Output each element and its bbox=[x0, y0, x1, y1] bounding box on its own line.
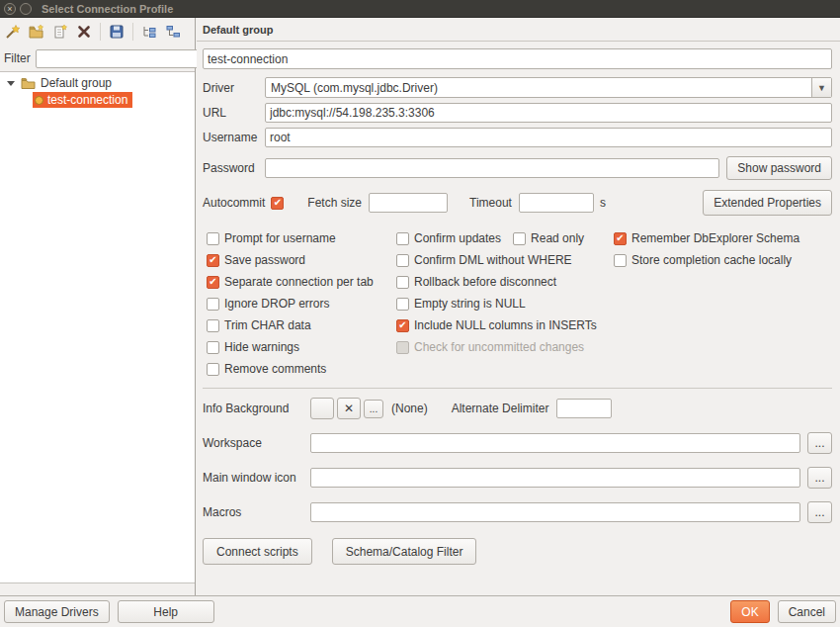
checkbox[interactable] bbox=[207, 319, 219, 332]
checkbox[interactable] bbox=[207, 341, 219, 354]
checkbox[interactable] bbox=[207, 232, 219, 245]
save-profiles-button[interactable] bbox=[106, 21, 127, 43]
sidebar: Filter Default group test-connection bbox=[0, 18, 196, 595]
option-label: Store completion cache locally bbox=[631, 253, 792, 267]
profile-icon bbox=[35, 96, 43, 105]
workspace-row: Workspace ... bbox=[203, 432, 832, 454]
checkbox[interactable] bbox=[207, 298, 219, 311]
option-label: Prompt for username bbox=[224, 231, 336, 245]
username-label: Username bbox=[203, 131, 265, 144]
option-save-password[interactable]: Save password bbox=[207, 253, 305, 267]
checkbox[interactable] bbox=[207, 363, 219, 376]
workspace-browse-button[interactable]: ... bbox=[807, 432, 832, 454]
options-divider bbox=[203, 388, 832, 389]
window-title: Select Connection Profile bbox=[42, 3, 173, 15]
connect-scripts-button[interactable]: Connect scripts bbox=[203, 538, 312, 565]
new-group-button[interactable] bbox=[26, 21, 47, 43]
driver-row: Driver MySQL (com.mysql.jdbc.Driver) ▼ bbox=[203, 77, 832, 98]
driver-combobox[interactable]: MySQL (com.mysql.jdbc.Driver) ▼ bbox=[265, 77, 832, 98]
option-trim-char-data[interactable]: Trim CHAR data bbox=[207, 318, 311, 332]
timeout-input[interactable] bbox=[519, 193, 594, 213]
checkbox[interactable] bbox=[207, 276, 219, 289]
selected-profile[interactable]: test-connection bbox=[33, 92, 132, 108]
info-background-row: Info Background ✕ ... (None) Alternate D… bbox=[203, 398, 832, 419]
macros-browse-button[interactable]: ... bbox=[807, 501, 832, 523]
copy-profile-icon bbox=[52, 24, 68, 40]
checkbox[interactable] bbox=[396, 232, 409, 245]
checkbox[interactable] bbox=[396, 276, 409, 289]
fetch-size-input[interactable] bbox=[369, 193, 448, 213]
option-label: Check for uncommitted changes bbox=[414, 340, 584, 354]
option-include-null-columns-in-inserts[interactable]: Include NULL columns in INSERTs bbox=[396, 318, 597, 332]
toolbar-separator bbox=[100, 23, 101, 41]
filter-input[interactable] bbox=[36, 49, 199, 68]
tree-item-test-connection[interactable]: test-connection bbox=[0, 92, 195, 108]
schema-catalog-filter-button[interactable]: Schema/Catalog Filter bbox=[332, 538, 477, 565]
manage-drivers-button[interactable]: Manage Drivers bbox=[4, 600, 110, 623]
clear-color-button[interactable]: ✕ bbox=[337, 398, 361, 419]
tree-item-label: test-connection bbox=[47, 93, 127, 107]
option-label: Empty string is NULL bbox=[414, 297, 526, 311]
expand-tree-button[interactable] bbox=[138, 21, 160, 43]
option-read-only[interactable]: Read only bbox=[513, 231, 584, 245]
expander-icon[interactable] bbox=[7, 81, 15, 86]
option-empty-string-is-null[interactable]: Empty string is NULL bbox=[396, 297, 526, 311]
show-password-button[interactable]: Show password bbox=[726, 156, 832, 180]
fetch-size-label: Fetch size bbox=[307, 196, 362, 210]
option-confirm-dml-without-where[interactable]: Confirm DML without WHERE bbox=[396, 253, 572, 267]
profile-tree: Default group test-connection bbox=[0, 71, 195, 583]
option-remove-comments[interactable]: Remove comments bbox=[207, 362, 326, 376]
option-rollback-before-disconnect[interactable]: Rollback before disconnect bbox=[396, 275, 556, 289]
checkbox[interactable] bbox=[396, 254, 409, 267]
option-label: Confirm updates bbox=[414, 231, 501, 245]
checkbox[interactable] bbox=[614, 232, 627, 245]
option-label: Read only bbox=[531, 231, 584, 245]
new-profile-button[interactable] bbox=[2, 21, 24, 43]
filter-label: Filter bbox=[4, 51, 31, 65]
extended-properties-button[interactable]: Extended Properties bbox=[703, 190, 832, 216]
option-hide-warnings[interactable]: Hide warnings bbox=[207, 340, 299, 354]
checkbox[interactable] bbox=[614, 254, 627, 267]
close-button[interactable]: × bbox=[4, 3, 16, 15]
options-column-2: Confirm updates Read only Confirm DML wi… bbox=[396, 227, 614, 380]
new-profile-wand-icon bbox=[5, 24, 21, 40]
option-store-completion-cache-locally[interactable]: Store completion cache locally bbox=[614, 253, 792, 267]
checkbox[interactable] bbox=[396, 298, 409, 311]
url-input[interactable] bbox=[265, 103, 832, 123]
checkbox[interactable] bbox=[207, 254, 219, 267]
chevron-down-icon[interactable]: ▼ bbox=[811, 78, 831, 97]
profile-toolbar bbox=[0, 18, 195, 45]
minimize-button[interactable] bbox=[20, 3, 32, 15]
clear-color-icon: ✕ bbox=[344, 402, 354, 415]
checkbox[interactable] bbox=[513, 232, 526, 245]
option-separate-connection-per-tab[interactable]: Separate connection per tab bbox=[207, 275, 374, 289]
option-confirm-updates[interactable]: Confirm updates bbox=[396, 231, 501, 245]
option-ignore-drop-errors[interactable]: Ignore DROP errors bbox=[207, 297, 329, 311]
alternate-delimiter-input[interactable] bbox=[556, 399, 612, 418]
folder-icon bbox=[21, 77, 36, 89]
main-window-icon-input[interactable] bbox=[310, 468, 800, 488]
ok-button[interactable]: OK bbox=[730, 600, 769, 623]
info-background-color-swatch[interactable] bbox=[310, 398, 334, 419]
autocommit-checkbox[interactable] bbox=[271, 197, 284, 210]
username-input[interactable] bbox=[265, 128, 832, 147]
checkbox[interactable] bbox=[396, 319, 409, 332]
option-remember-dbexplorer-schema[interactable]: Remember DbExplorer Schema bbox=[614, 231, 799, 245]
help-button[interactable]: Help bbox=[118, 600, 214, 623]
timeout-unit-label: s bbox=[600, 196, 606, 210]
macros-input[interactable] bbox=[310, 502, 800, 522]
main-window-icon-browse-button[interactable]: ... bbox=[807, 467, 832, 489]
delete-profile-button[interactable] bbox=[73, 21, 95, 43]
profile-name-input[interactable] bbox=[203, 48, 832, 69]
cancel-button[interactable]: Cancel bbox=[778, 600, 836, 623]
option-prompt-for-username[interactable]: Prompt for username bbox=[207, 231, 336, 245]
pick-color-button[interactable]: ... bbox=[364, 400, 383, 418]
password-input[interactable] bbox=[265, 158, 719, 178]
option-label: Ignore DROP errors bbox=[224, 297, 329, 311]
collapse-tree-button[interactable] bbox=[162, 21, 184, 43]
timeout-label: Timeout bbox=[469, 196, 512, 210]
header-divider bbox=[197, 41, 840, 42]
workspace-input[interactable] bbox=[310, 433, 800, 453]
tree-group-default-group[interactable]: Default group bbox=[0, 75, 195, 91]
copy-profile-button[interactable] bbox=[49, 21, 71, 43]
